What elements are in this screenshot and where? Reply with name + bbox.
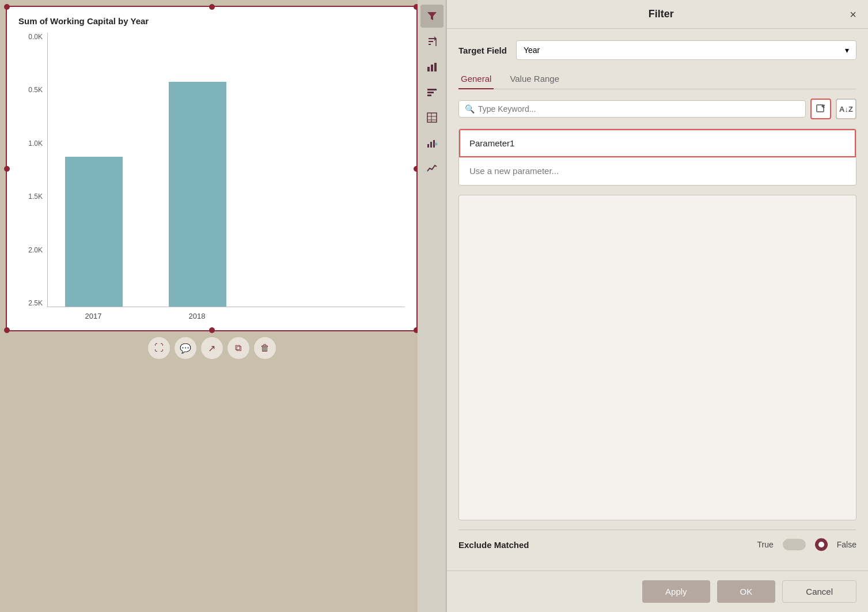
mini-chart-sidebar-btn[interactable]	[420, 131, 444, 154]
edit-icon-btn[interactable]	[810, 99, 831, 119]
x-axis-labels: 2017 2018	[47, 307, 405, 324]
svg-rect-16	[430, 142, 432, 148]
target-field-value: Year	[524, 46, 540, 55]
exclude-matched-label: Exclude Matched	[458, 540, 750, 550]
resize-handle-tc[interactable]	[209, 4, 215, 10]
az-sort-btn[interactable]: A↓Z	[836, 99, 856, 119]
resize-handle-bl[interactable]	[4, 327, 10, 333]
bar-2017	[65, 157, 123, 307]
chart-toolbar: ⛶ 💬 ↗ ⧉ 🗑	[148, 337, 276, 359]
ok-button[interactable]: OK	[717, 580, 776, 603]
svg-rect-9	[427, 92, 434, 93]
y-label-2: 1.0K	[28, 139, 43, 148]
y-label-4: 2.0K	[28, 246, 43, 254]
target-field-select[interactable]: Year ▾	[516, 40, 856, 60]
bars-container	[65, 33, 388, 307]
chart-plot	[47, 33, 405, 307]
filter-footer: Apply OK Cancel	[447, 571, 868, 612]
y-label-3: 1.5K	[28, 192, 43, 201]
svg-marker-0	[427, 12, 437, 20]
bar-icon	[426, 86, 438, 98]
resize-handle-bc[interactable]	[209, 327, 215, 333]
chart-icon	[426, 61, 438, 73]
exclude-toggle[interactable]	[783, 539, 806, 550]
filter-icon	[426, 10, 438, 22]
dropdown-list: Parameter1 Use a new parameter...	[458, 129, 856, 186]
radio-inner	[818, 542, 824, 547]
sidebar-toolbar	[418, 0, 446, 612]
delete-button[interactable]: 🗑	[254, 337, 276, 359]
comment-button[interactable]: 💬	[175, 337, 196, 359]
svg-rect-6	[431, 65, 433, 71]
list-area	[458, 195, 856, 520]
search-input[interactable]	[478, 104, 799, 114]
trend-icon	[426, 163, 438, 174]
edit-icon	[816, 104, 826, 114]
tab-general[interactable]: General	[458, 69, 494, 89]
cancel-button[interactable]: Cancel	[782, 580, 856, 603]
filter-title: Filter	[472, 8, 850, 20]
bar-sidebar-btn[interactable]	[420, 81, 444, 104]
mini-chart-icon	[426, 137, 438, 149]
chart-area: 2.5K 2.0K 1.5K 1.0K 0.5K 0.0K	[18, 33, 405, 324]
chart-widget: Sum of Working Capital by Year 2.5K 2.0K…	[6, 6, 418, 331]
chart-content: Sum of Working Capital by Year 2.5K 2.0K…	[7, 7, 416, 330]
dropdown-item-parameter1[interactable]: Parameter1	[459, 129, 856, 157]
svg-rect-8	[427, 89, 437, 90]
search-row: 🔍 A↓Z	[458, 99, 856, 119]
close-button[interactable]: ×	[850, 9, 856, 20]
filter-body: Target Field Year ▾ General Value Range …	[447, 29, 868, 571]
resize-handle-tl[interactable]	[4, 4, 10, 10]
svg-rect-7	[434, 63, 437, 71]
x-label-2017: 2017	[65, 312, 122, 320]
svg-rect-11	[427, 113, 437, 122]
search-input-wrap: 🔍	[458, 100, 806, 118]
exclude-row: Exclude Matched True False	[458, 530, 856, 559]
resize-handle-ml[interactable]	[4, 166, 10, 172]
sort-icon	[426, 36, 438, 47]
svg-rect-10	[427, 95, 431, 96]
exclude-false-radio[interactable]	[815, 538, 828, 551]
copy-button[interactable]: ⧉	[228, 337, 249, 359]
table-icon	[426, 112, 438, 123]
filter-sidebar-btn[interactable]	[420, 5, 444, 28]
svg-rect-5	[427, 67, 430, 71]
exclude-options: True False	[757, 538, 856, 551]
x-label-2018: 2018	[168, 312, 226, 320]
exclude-false-label: False	[837, 540, 856, 549]
bar-group-2018	[169, 82, 226, 307]
chevron-down-icon: ▾	[845, 46, 849, 55]
filter-header: Filter ×	[447, 0, 868, 29]
table-sidebar-btn[interactable]	[420, 106, 444, 129]
y-label-0: 0.0K	[28, 33, 43, 41]
exclude-true-label: True	[757, 540, 773, 549]
target-field-label: Target Field	[458, 46, 507, 55]
share-button[interactable]: ↗	[201, 337, 223, 359]
search-icon: 🔍	[465, 104, 475, 114]
trend-sidebar-btn[interactable]	[420, 157, 444, 180]
apply-button[interactable]: Apply	[642, 580, 710, 603]
filter-tabs: General Value Range	[458, 69, 856, 89]
svg-rect-17	[433, 140, 435, 148]
y-label-5: 2.5K	[28, 299, 43, 307]
filter-panel: Filter × Target Field Year ▾ General Val…	[446, 0, 868, 612]
chart-sidebar-btn[interactable]	[420, 55, 444, 78]
bar-2018	[169, 82, 226, 307]
bar-group-2017	[65, 157, 123, 307]
expand-button[interactable]: ⛶	[148, 337, 170, 359]
chart-title: Sum of Working Capital by Year	[18, 16, 405, 26]
tab-value-range[interactable]: Value Range	[507, 69, 562, 89]
target-field-row: Target Field Year ▾	[458, 40, 856, 60]
y-label-1: 0.5K	[28, 86, 43, 94]
dropdown-item-new-parameter[interactable]: Use a new parameter...	[459, 157, 856, 185]
y-axis: 2.5K 2.0K 1.5K 1.0K 0.5K 0.0K	[18, 33, 47, 307]
canvas-area: Sum of Working Capital by Year 2.5K 2.0K…	[0, 0, 446, 612]
svg-point-18	[434, 143, 437, 146]
svg-rect-15	[427, 144, 429, 148]
az-sort-icon: A↓Z	[839, 105, 853, 114]
sort-sidebar-btn[interactable]	[420, 30, 444, 53]
